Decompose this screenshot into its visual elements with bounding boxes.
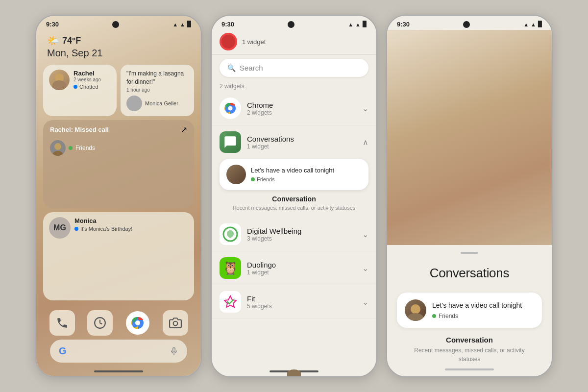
chrome-app-icon — [220, 98, 241, 119]
google-g-logo: G — [59, 345, 67, 357]
widget-info-title: Conversation — [220, 195, 368, 203]
status-time-1: 9:30 — [46, 21, 59, 28]
bottom-sheet-handle — [461, 252, 478, 254]
chrome-count: 2 widgets — [247, 109, 362, 116]
status-time-3: 9:30 — [397, 21, 410, 28]
status-bar-2: 9:30 ▲ ▲ ▉ — [212, 16, 376, 30]
chrome-row-text: Chrome 2 widgets — [247, 101, 362, 116]
conversations-row-text: Conversations 1 widget — [247, 135, 363, 150]
rachel-time: 2 weeks ago — [74, 77, 111, 82]
scrolled-label: 1 widget — [242, 38, 266, 46]
svg-rect-6 — [173, 347, 175, 352]
widget-section-label: 2 widgets — [212, 81, 376, 92]
monica-speech-bubble[interactable]: "I'm making a lasagna for dinner!" 1 hou… — [121, 65, 194, 116]
microphone-icon — [170, 347, 178, 356]
contact-dot — [251, 177, 255, 181]
camera-notch-1 — [112, 21, 119, 28]
conversations-count: 1 widget — [247, 143, 363, 150]
friends-label: Friends — [75, 145, 95, 151]
conversations-widget-card[interactable]: Let's have a video call tonight Friends — [397, 293, 542, 328]
monica-initials-avatar: MG — [49, 217, 71, 239]
signal-icon: ▲ — [172, 22, 178, 27]
duo-expand-icon: ⌄ — [362, 264, 368, 273]
background-top-area — [387, 30, 552, 245]
conv-contact-dot — [432, 314, 436, 318]
rachel-name: Rachel — [74, 70, 111, 77]
missed-call-card[interactable]: Rachel: Missed call ↗ Friends — [43, 120, 194, 208]
widget-search-box[interactable]: 🔍 Search — [220, 59, 368, 77]
rachel-notif-text: Rachel 2 weeks ago Chatted — [74, 70, 111, 90]
conversations-preview-avatar — [226, 165, 246, 184]
scrolled-app-row: 1 widget — [220, 33, 368, 50]
monica-birthday-card[interactable]: MG Monica It's Monica's Birthday! — [43, 212, 194, 300]
wifi-icon-3: ▲ — [531, 22, 536, 27]
dock-icons — [43, 308, 194, 338]
wifi-icon-2: ▲ — [355, 22, 361, 27]
conv-widget-contact: Friends — [432, 313, 534, 319]
notif-row-1: Rachel 2 weeks ago Chatted "I'm making a… — [43, 65, 194, 116]
battery-icon-3: ▉ — [538, 21, 542, 27]
conversations-app-row[interactable]: Conversations 1 widget ∧ — [212, 125, 376, 155]
camera-notch-3 — [463, 21, 470, 28]
fit-text: Fit 5 widgets — [247, 294, 362, 310]
monica-birthday-text: Monica It's Monica's Birthday! — [74, 217, 188, 232]
missed-call-label: Rachel: Missed call — [50, 126, 109, 133]
status-icons-3: ▲ ▲ ▉ — [523, 21, 542, 27]
phone3-content: 9:30 ▲ ▲ ▉ Conversations Let's have a vi… — [387, 16, 552, 376]
status-bar-1: 9:30 ▲ ▲ ▉ — [36, 16, 201, 30]
conversations-name: Conversations — [247, 135, 363, 143]
svg-point-10 — [228, 106, 232, 110]
status-icons-1: ▲ ▲ ▉ — [172, 21, 191, 27]
monica-birthday-name: Monica — [74, 217, 188, 224]
digital-wellbeing-row[interactable]: Digital Wellbeing 3 widgets ⌄ — [212, 218, 376, 251]
conv-contact-name: Friends — [439, 313, 458, 319]
monica-message: "I'm making a lasagna for dinner!" — [126, 70, 188, 86]
rachel-notif-card[interactable]: Rachel 2 weeks ago Chatted — [43, 65, 117, 116]
fit-count: 5 widgets — [247, 303, 362, 310]
conv-desc-sub: Recent messages, missed calls, or activi… — [397, 346, 542, 364]
digital-wellbeing-count: 3 widgets — [247, 235, 362, 242]
signal-icon-2: ▲ — [348, 22, 353, 27]
conv-widget-avatar — [405, 299, 426, 321]
monica-birthday-sub: It's Monica's Birthday! — [74, 226, 188, 232]
chrome-app-row[interactable]: Chrome 2 widgets ⌄ — [212, 92, 376, 125]
conversations-widget-preview[interactable]: Let's have a video call tonight Friends — [220, 159, 368, 190]
home-indicator-3 — [445, 368, 494, 370]
battery-icon: ▉ — [187, 21, 191, 27]
conv-widget-text: Let's have a video call tonight Friends — [432, 301, 534, 319]
monica-contact: Monica Geller — [126, 96, 188, 111]
duolingo-row[interactable]: 🦉 Duolingo 1 widget ⌄ — [212, 251, 376, 285]
clock-dock-icon[interactable] — [87, 310, 113, 336]
monica-birthday-msg: It's Monica's Birthday! — [80, 226, 132, 232]
signal-icon-3: ▲ — [523, 22, 529, 27]
status-bar-3: 9:30 ▲ ▲ ▉ — [387, 16, 552, 30]
digital-wellbeing-text: Digital Wellbeing 3 widgets — [247, 227, 362, 242]
weather-section: 🌤️ 74°F Mon, Sep 21 — [36, 30, 201, 62]
home-indicator-1 — [94, 370, 143, 372]
missed-call-icon: ↗ — [181, 125, 187, 134]
phone-2-widget-picker: 9:30 ▲ ▲ ▉ 1 widget 🔍 Search 2 widgets — [211, 15, 377, 377]
phone1-content: 9:30 ▲ ▲ ▉ 🌤️ 74°F Mon, Sep 21 — [36, 16, 201, 376]
chrome-name: Chrome — [247, 101, 362, 109]
status-icons-2: ▲ ▲ ▉ — [348, 21, 367, 27]
conversations-detail-sheet: Conversations Let's have a video call to… — [387, 245, 552, 368]
rachel-status: Chatted — [74, 84, 111, 90]
phone-dock-icon[interactable] — [49, 310, 75, 336]
missed-call-row: Rachel: Missed call ↗ — [50, 125, 187, 134]
google-search-bar[interactable]: G — [50, 340, 187, 363]
camera-dock-icon[interactable] — [163, 310, 188, 336]
conversations-preview-text: Let's have a video call tonight Friends — [251, 167, 362, 183]
conversations-contact-name: Friends — [257, 176, 275, 182]
conversations-detail-title: Conversations — [430, 266, 509, 281]
svg-point-5 — [173, 321, 177, 326]
monica-geller-avatar — [126, 96, 142, 111]
chrome-dock-icon[interactable] — [125, 310, 150, 336]
phone-3-conversations-detail: 9:30 ▲ ▲ ▉ Conversations Let's have a vi… — [386, 15, 553, 377]
weather-temp: 74°F — [62, 36, 81, 46]
duolingo-name: Duolingo — [247, 261, 362, 269]
conversations-preview-msg: Let's have a video call tonight — [251, 167, 362, 175]
fit-row[interactable]: Fit 5 widgets ⌄ — [212, 285, 376, 319]
duolingo-text: Duolingo 1 widget — [247, 261, 362, 276]
conversations-collapse-icon: ∧ — [363, 138, 368, 147]
status-time-2: 9:30 — [221, 21, 234, 28]
